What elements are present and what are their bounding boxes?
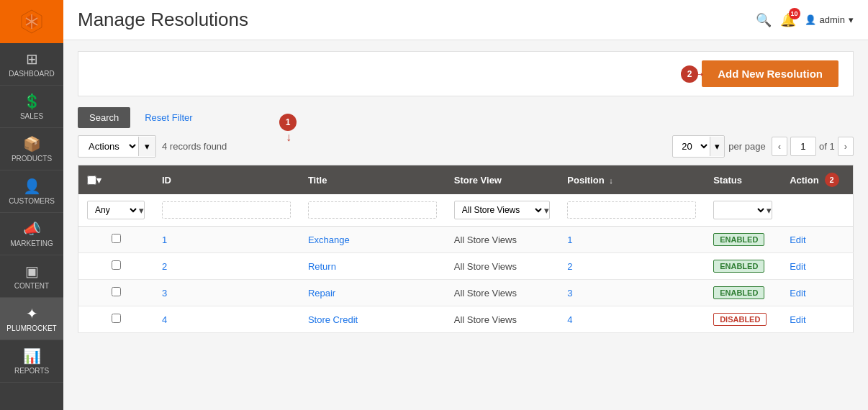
per-page-wrap: 20 ▾ per page <box>672 135 765 158</box>
any-select[interactable]: Any <box>88 201 139 219</box>
per-page-dropdown-button[interactable]: ▾ <box>710 137 724 156</box>
sidebar-item-label: PRODUCTS <box>12 155 52 163</box>
chevron-down-icon: ▾ <box>767 205 772 216</box>
row-checkbox-cell <box>78 253 154 280</box>
row-checkbox[interactable] <box>112 287 121 296</box>
user-label: admin <box>820 14 845 25</box>
add-resolution-button[interactable]: Add New Resolution <box>702 60 838 87</box>
sidebar-item-reports[interactable]: 📊 REPORTS <box>0 340 63 383</box>
per-page-select[interactable]: 20 <box>673 136 710 157</box>
sidebar-item-content[interactable]: ▣ CONTENT <box>0 255 63 298</box>
row-position: 1 <box>559 227 705 253</box>
th-status: Status <box>705 165 781 195</box>
row-position-link[interactable]: 1 <box>567 234 572 245</box>
row-checkbox[interactable] <box>112 314 121 323</box>
page-prev-button[interactable]: ‹ <box>772 137 787 156</box>
row-position-link[interactable]: 3 <box>567 288 572 299</box>
row-status: DISABLED <box>705 306 781 333</box>
filter-cell-position <box>559 194 705 227</box>
sidebar-item-label: REPORTS <box>14 367 49 375</box>
row-checkbox[interactable] <box>112 234 121 243</box>
select-all-checkbox[interactable] <box>87 176 96 185</box>
actions-select[interactable]: Actions <box>78 136 138 157</box>
sidebar-item-plumrocket[interactable]: ✦ PLUMROCKET <box>0 298 63 340</box>
edit-link[interactable]: Edit <box>790 288 805 299</box>
page-input[interactable] <box>790 137 816 156</box>
sidebar: ⊞ DASHBOARD 💲 SALES 📦 PRODUCTS 👤 CUSTOME… <box>0 0 63 410</box>
sidebar-item-marketing[interactable]: 📣 MARKETING <box>0 213 63 255</box>
page-next-button[interactable]: › <box>838 137 854 156</box>
chevron-down-icon: ▾ <box>139 205 144 216</box>
row-title-link[interactable]: Store Credit <box>308 314 358 325</box>
logo <box>0 0 63 43</box>
row-id-link[interactable]: 3 <box>162 288 167 299</box>
per-page-select-wrap[interactable]: 20 ▾ <box>672 135 725 158</box>
page-nav: ‹ of 1 › <box>772 137 854 156</box>
filter-position-input[interactable] <box>567 201 696 219</box>
chevron-down-icon[interactable]: ▾ <box>96 175 101 186</box>
filter-store-view-select[interactable]: All Store Views <box>455 201 545 219</box>
sidebar-item-label: CONTENT <box>14 282 49 290</box>
row-checkbox[interactable] <box>112 260 121 270</box>
table-row: 4 Store Credit All Store Views 4 DISABLE… <box>78 306 854 333</box>
row-position: 3 <box>559 280 705 306</box>
row-title-link[interactable]: Exchange <box>308 234 350 245</box>
status-badge: DISABLED <box>713 313 767 326</box>
sidebar-item-label: SALES <box>20 112 43 120</box>
row-position-link[interactable]: 2 <box>567 261 572 272</box>
sidebar-item-label: PLUMROCKET <box>6 324 56 332</box>
row-store-view: All Store Views <box>446 253 559 280</box>
sidebar-item-sales[interactable]: 💲 SALES <box>0 86 63 128</box>
row-position: 4 <box>559 306 705 333</box>
edit-link[interactable]: Edit <box>790 261 805 272</box>
row-title-link[interactable]: Repair <box>308 288 335 299</box>
actions-dropdown-button[interactable]: ▾ <box>138 137 155 156</box>
table-row: 3 Repair All Store Views 3 ENABLED Edit <box>78 280 854 306</box>
row-title: Return <box>299 253 446 280</box>
row-status: ENABLED <box>705 227 781 253</box>
filter-status-select[interactable] <box>714 201 767 219</box>
row-id-link[interactable]: 1 <box>162 234 167 245</box>
filter-id-input[interactable] <box>162 201 291 219</box>
sort-icon[interactable]: ↓ <box>609 176 613 185</box>
filter-cell-status: ▾ <box>705 194 781 227</box>
step2-arrow: → <box>692 66 705 81</box>
row-title: Exchange <box>299 227 446 253</box>
reset-filter-button[interactable]: Reset Filter <box>137 107 199 128</box>
notification-button[interactable]: 🔔 10 <box>780 12 796 28</box>
actions-select-wrap[interactable]: Actions ▾ <box>78 135 156 158</box>
user-menu-button[interactable]: 👤 admin ▾ <box>805 14 854 25</box>
row-id-link[interactable]: 2 <box>162 261 167 272</box>
sidebar-item-label: DASHBOARD <box>9 70 54 78</box>
sidebar-item-customers[interactable]: 👤 CUSTOMERS <box>0 170 63 213</box>
chevron-down-icon: ▾ <box>849 14 854 25</box>
row-title: Repair <box>299 280 446 306</box>
plumrocket-icon: ✦ <box>26 305 38 322</box>
row-action: Edit <box>781 280 853 306</box>
th-checkbox: ▾ <box>78 165 154 195</box>
filter-cell-any: Any ▾ <box>78 194 154 227</box>
search-button[interactable]: 🔍 <box>756 12 772 28</box>
step1-badge: 1 <box>279 114 297 131</box>
status-badge: ENABLED <box>713 233 764 246</box>
filter-cell-store-view: All Store Views ▾ <box>446 194 559 227</box>
filter-title-input[interactable] <box>308 201 437 219</box>
row-title-link[interactable]: Return <box>308 261 336 272</box>
edit-link[interactable]: Edit <box>790 314 805 325</box>
th-id: ID <box>153 165 299 195</box>
row-action: Edit <box>781 306 853 333</box>
row-id: 2 <box>153 253 299 280</box>
sidebar-item-dashboard[interactable]: ⊞ DASHBOARD <box>0 43 63 86</box>
row-position-link[interactable]: 4 <box>567 314 572 325</box>
filter-cell-id <box>153 194 299 227</box>
sidebar-item-products[interactable]: 📦 PRODUCTS <box>0 128 63 170</box>
row-checkbox-cell <box>78 227 154 253</box>
marketing-icon: 📣 <box>23 220 41 237</box>
row-store-view: All Store Views <box>446 280 559 306</box>
row-action: Edit <box>781 227 853 253</box>
search-filter-button[interactable]: Search <box>78 107 130 128</box>
products-icon: 📦 <box>23 135 41 152</box>
row-id-link[interactable]: 4 <box>162 314 167 325</box>
row-id: 3 <box>153 280 299 306</box>
edit-link[interactable]: Edit <box>790 234 805 245</box>
